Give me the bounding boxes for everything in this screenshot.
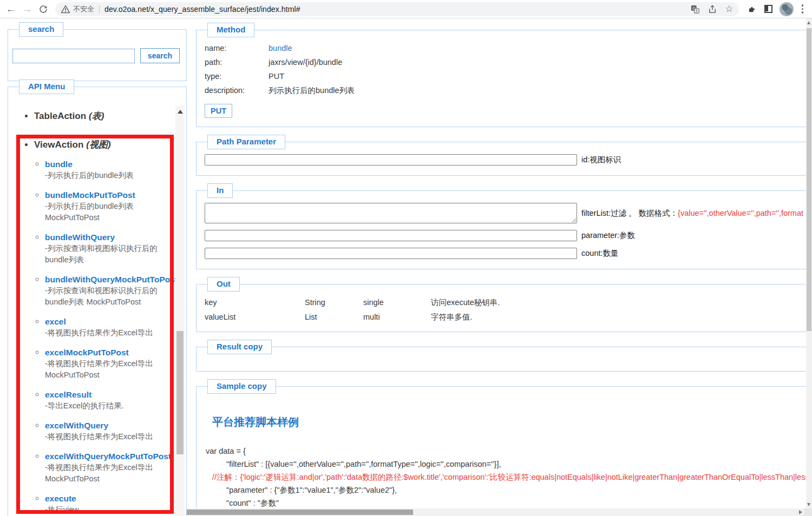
count-label: count:数量	[581, 248, 619, 259]
out-cell: 字符串多值.	[431, 311, 806, 323]
api-group-suffix: (表)	[89, 111, 104, 121]
share-icon[interactable]	[708, 4, 717, 14]
api-method-desc: -列示按查询和视图标识执行后的 bundle列表	[45, 243, 168, 266]
code-line: "count" : "参数"	[205, 497, 806, 508]
out-cell: key	[205, 296, 305, 308]
api-method-desc: -列示执行后的bundle列表 MockPutToPost	[45, 201, 168, 223]
filter-list-format-hint: {value='',otherValue='',path='',format	[678, 209, 803, 217]
api-method-item: excel -将视图执行结果作为Excel导出	[45, 316, 186, 339]
sidebar-scroll-up-arrow[interactable]	[178, 110, 183, 114]
main-horizontal-scrollbar-thumb[interactable]	[187, 510, 413, 515]
api-method-link[interactable]: excelMockPutToPost	[45, 347, 186, 358]
filter-list-label: filterList:过滤 。 数据格式：	[581, 209, 678, 217]
api-method-item: bundleWithQueryMockPutToPost -列示按查询和视图标识…	[45, 274, 186, 308]
reload-icon[interactable]	[36, 2, 51, 17]
out-cell: valueList	[205, 311, 305, 323]
result-copy-legend: Result copy	[207, 340, 272, 354]
api-group-name[interactable]: TableAction	[34, 111, 86, 121]
out-legend: Out	[207, 277, 240, 292]
api-detail-main: Method name: bundle path: jaxrs/view/{id…	[195, 22, 806, 508]
api-method-item: bundleWithQuery -列示按查询和视图标识执行后的 bundle列表	[45, 231, 186, 266]
page-vertical-scrollbar[interactable]	[806, 18, 812, 516]
api-menu-panel: API Menu TableAction(表) ViewAction(视图) b…	[8, 87, 187, 516]
main-horizontal-scrollbar[interactable]	[187, 508, 804, 516]
page-scroll-down-arrow[interactable]	[807, 503, 810, 506]
method-section: Method name: bundle path: jaxrs/view/{id…	[196, 30, 806, 127]
method-path-value: jaxrs/view/{id}/bundle	[269, 56, 806, 68]
api-method-link[interactable]: excelWithQueryMockPutToPost	[45, 451, 186, 462]
not-secure-indicator[interactable]: 不安全	[61, 4, 94, 14]
method-path-label: path:	[205, 56, 269, 68]
out-cell: 访问execute秘钥串.	[431, 296, 806, 308]
search-input[interactable]	[12, 49, 135, 63]
path-id-input[interactable]	[205, 154, 577, 166]
out-cell: List	[305, 311, 363, 323]
api-method-desc: -列示按查询和视图标识执行后的 bundle列表 MockPutToPost	[45, 285, 168, 308]
profile-avatar[interactable]	[780, 2, 794, 16]
page-scroll-up-arrow[interactable]	[807, 21, 810, 24]
path-parameter-section: Path Parameter id:视图标识	[196, 142, 806, 176]
url-text[interactable]: dev.o2oa.net/x_query_assemble_surface/je…	[104, 5, 686, 14]
sidebar-scrollbar-thumb[interactable]	[176, 331, 184, 454]
bookmark-star-icon[interactable]: ☆	[725, 4, 733, 14]
chrome-right-controls	[743, 2, 809, 16]
filter-list-textarea[interactable]	[205, 203, 577, 223]
path-id-label: id:视图标识	[581, 155, 621, 165]
api-group-name[interactable]: ViewAction	[34, 140, 83, 150]
api-method-desc: -将视图执行结果作为Excel导出 MockPutToPost	[45, 462, 168, 485]
api-method-item: excelWithQueryMockPutToPost -将视图执行结果作为Ex…	[45, 451, 186, 485]
translate-icon[interactable]: G	[690, 4, 700, 14]
extensions-puzzle-icon[interactable]	[748, 4, 757, 14]
api-method-link[interactable]: excel	[45, 316, 186, 327]
code-line: "filterList" : [{value='',otherValue='',…	[205, 458, 806, 471]
sample-copy-section: Sample copy 平台推荐脚本样例 var data = { "filte…	[196, 386, 806, 508]
chrome-menu-icon[interactable]	[801, 3, 805, 15]
api-method-link[interactable]: bundle	[45, 158, 186, 170]
api-method-desc: -导出Excel的执行结果.	[45, 400, 168, 412]
sidebar-scrollbar[interactable]	[175, 106, 185, 516]
api-group-view-action: ViewAction(视图) bundle -列示执行后的bundle列表 bu…	[34, 138, 186, 516]
warning-icon	[61, 4, 70, 14]
method-desc-label: description:	[205, 84, 269, 96]
put-button[interactable]: PUT	[205, 104, 232, 118]
api-group-list: TableAction(表) ViewAction(视图) bundle -列示…	[14, 110, 186, 516]
api-method-link[interactable]: excelResult	[45, 389, 186, 400]
api-method-desc: -将视图执行结果作为Excel导出	[45, 327, 168, 339]
parameter-input[interactable]	[205, 230, 577, 241]
method-type-label: type:	[205, 70, 269, 82]
page-vertical-scrollbar-thumb[interactable]	[807, 28, 811, 331]
reload-glyph	[38, 4, 48, 14]
path-parameter-legend: Path Parameter	[207, 135, 285, 149]
api-method-item: excelResult -导出Excel的执行结果.	[45, 389, 186, 412]
address-bar[interactable]: 不安全 dev.o2oa.net/x_query_assemble_surfac…	[55, 2, 739, 16]
code-annotation-line: //注解：{'logic':'逻辑运算:and|or','path':'data…	[205, 471, 806, 484]
method-name-value[interactable]: bundle	[269, 42, 806, 54]
method-legend: Method	[207, 23, 254, 37]
in-legend: In	[207, 183, 233, 198]
api-method-link[interactable]: bundleWithQuery	[45, 231, 186, 243]
out-cell: single	[363, 296, 431, 308]
back-icon[interactable]: ←	[3, 2, 18, 17]
out-cell: String	[305, 296, 363, 308]
api-method-item: excelMockPutToPost -将视图执行结果作为Excel导出 Moc…	[45, 347, 186, 381]
api-method-desc: -将视图执行结果作为Excel导出	[45, 431, 168, 442]
api-method-item: bundle -列示执行后的bundle列表	[45, 158, 186, 181]
main-scroll-right-arrow[interactable]	[799, 510, 802, 514]
view-action-method-list: bundle -列示执行后的bundle列表 bundleMockPutToPo…	[34, 158, 186, 516]
api-method-link[interactable]: bundleMockPutToPost	[45, 189, 186, 201]
method-name-label: name:	[205, 42, 269, 54]
forward-icon[interactable]: →	[19, 2, 35, 17]
out-table: key String single 访问execute秘钥串. valueLis…	[205, 296, 806, 323]
method-desc-value: 列示执行后的bundle列表	[269, 84, 806, 96]
api-method-link[interactable]: excelWithQuery	[45, 420, 186, 431]
count-input[interactable]	[205, 248, 577, 259]
api-group-table-action: TableAction(表)	[34, 110, 186, 122]
tab-panel-icon[interactable]	[764, 5, 772, 13]
api-method-link[interactable]: execute	[45, 493, 186, 504]
api-method-link[interactable]: bundleWithQueryMockPutToPost	[45, 274, 186, 285]
api-method-item: excelWithQuery -将视图执行结果作为Excel导出	[45, 420, 186, 442]
search-button[interactable]: search	[140, 48, 180, 63]
search-panel: search search	[8, 29, 187, 81]
parameter-label: parameter:参数	[581, 230, 635, 241]
sample-code-block: var data = { "filterList" : [{value='',o…	[205, 445, 806, 508]
